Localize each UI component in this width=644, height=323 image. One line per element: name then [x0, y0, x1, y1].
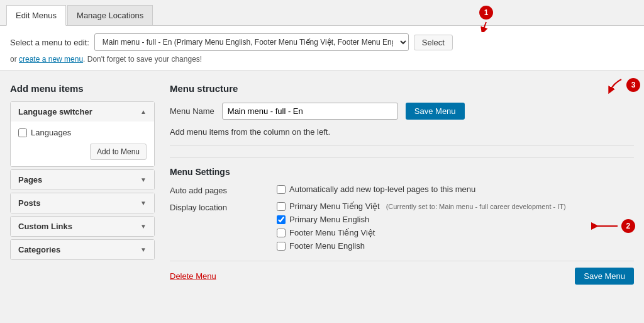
auto-add-pages-options: Automatically add new top-level pages to… [277, 184, 475, 194]
accordion-posts: Posts ▼ [10, 193, 155, 213]
accordion-header-custom-links[interactable]: Custom Links ▼ [11, 217, 154, 236]
menu-structure-panel: 3 Menu structure Menu Name Save Menu Add… [170, 83, 634, 285]
menu-select-bar: 1 Select a menu to edit: Main menu - ful… [0, 26, 644, 71]
note-primary-viet: (Currently set to: Main menu - full care… [386, 203, 566, 210]
label-primary-viet: Primary Menu Tiếng Việt [289, 201, 380, 211]
tab-edit-menus[interactable]: Edit Menus [6, 5, 66, 26]
select-row: Select a menu to edit: Main menu - full … [10, 33, 634, 51]
menu-name-input[interactable] [222, 103, 398, 120]
label-footer-english: Footer Menu English [289, 241, 365, 251]
auto-add-pages-option-label: Automatically add new top-level pages to… [289, 184, 475, 194]
save-menu-button-top[interactable]: Save Menu [406, 103, 465, 120]
label-footer-viet: Footer Menu Tiếng Việt [289, 228, 375, 237]
accordion-arrow-categories: ▼ [140, 246, 147, 253]
accordion-language-switcher: Language switcher ▲ Languages Add to Men… [10, 101, 155, 167]
accordion-categories: Categories ▼ [10, 239, 155, 260]
add-menu-items-title: Add menu items [10, 83, 155, 94]
instructions-text: Add menu items from the column on the le… [170, 127, 634, 146]
accordion-label-custom-links: Custom Links [18, 222, 72, 231]
display-location-label: Display location [170, 201, 277, 212]
annotation-1: 1 [479, 6, 493, 20]
tabs-bar: Edit Menus Manage Locations [0, 0, 644, 26]
label-languages: Languages [31, 128, 71, 137]
annotation-2: 2 [621, 219, 635, 233]
checkbox-row-languages: Languages [18, 128, 147, 137]
display-location-options: Primary Menu Tiếng Việt (Currently set t… [277, 201, 566, 251]
auto-add-pages-row: Auto add pages Automatically add new top… [170, 184, 634, 195]
accordion-arrow-pages: ▼ [140, 176, 147, 183]
location-primary-viet-row: Primary Menu Tiếng Việt (Currently set t… [277, 201, 566, 211]
checkbox-footer-english[interactable] [277, 242, 286, 251]
accordion-custom-links: Custom Links ▼ [10, 216, 155, 237]
auto-add-pages-checkbox[interactable] [277, 185, 286, 194]
add-to-menu-button[interactable]: Add to Menu [90, 144, 147, 160]
accordion-header-language-switcher[interactable]: Language switcher ▲ [11, 102, 154, 122]
arrow-3-icon [601, 78, 624, 97]
checkbox-primary-viet[interactable] [277, 202, 286, 211]
label-primary-english: Primary Menu English [289, 215, 369, 224]
accordion-label-language-switcher: Language switcher [18, 107, 92, 116]
save-menu-button-bottom[interactable]: Save Menu [575, 268, 634, 285]
accordion-header-pages[interactable]: Pages ▼ [11, 170, 154, 190]
menu-settings-title: Menu Settings [170, 157, 634, 177]
checkbox-languages[interactable] [18, 128, 27, 137]
location-footer-english-row: Footer Menu English [277, 241, 566, 251]
select-button[interactable]: Select [414, 35, 453, 50]
accordion-body-language-switcher: Languages Add to Menu [11, 122, 154, 166]
display-location-row: Display location 2 Primary Menu Tiếng Vi… [170, 201, 634, 251]
create-menu-text: or create a new menu. Don't forget to sa… [10, 55, 634, 64]
create-new-menu-link[interactable]: create a new menu [19, 55, 83, 64]
menu-structure-title: Menu structure [170, 83, 634, 94]
main-content: Add menu items Language switcher ▲ Langu… [0, 71, 644, 297]
menu-name-row: Menu Name Save Menu [170, 103, 634, 120]
delete-menu-link[interactable]: Delete Menu [170, 271, 216, 281]
menu-name-label: Menu Name [170, 106, 214, 116]
arrow-2-icon [587, 220, 619, 232]
display-location-options-wrapper: 2 Primary Menu Tiếng Việt (Currently set… [277, 201, 566, 251]
select-menu-label: Select a menu to edit: [10, 38, 89, 47]
annotation-3: 3 [626, 78, 640, 92]
add-menu-panel: Add menu items Language switcher ▲ Langu… [10, 83, 155, 285]
accordion-arrow-posts: ▼ [140, 200, 147, 207]
footer-row: Delete Menu Save Menu [170, 261, 634, 285]
checkbox-primary-english[interactable] [277, 215, 286, 224]
accordion-arrow-language-switcher: ▲ [140, 108, 147, 115]
after-create-text: . Don't forget to save your changes! [83, 55, 202, 64]
accordion-label-pages: Pages [18, 175, 42, 184]
accordion-label-categories: Categories [18, 245, 60, 254]
checkbox-footer-viet[interactable] [277, 229, 286, 237]
accordion-header-posts[interactable]: Posts ▼ [11, 193, 154, 213]
tab-manage-locations[interactable]: Manage Locations [67, 5, 153, 25]
accordion-arrow-custom-links: ▼ [140, 223, 147, 230]
or-text: or [10, 55, 17, 64]
location-primary-english-row: Primary Menu English [277, 215, 566, 224]
accordion-pages: Pages ▼ [10, 169, 155, 190]
arrow-down-icon [480, 21, 492, 32]
auto-add-pages-label: Auto add pages [170, 184, 277, 195]
accordion-header-categories[interactable]: Categories ▼ [11, 240, 154, 259]
menu-dropdown[interactable]: Main menu - full - En (Primary Menu Engl… [94, 33, 409, 51]
accordion-label-posts: Posts [18, 198, 40, 208]
auto-add-pages-option-row: Automatically add new top-level pages to… [277, 184, 475, 194]
location-footer-viet-row: Footer Menu Tiếng Việt [277, 228, 566, 237]
